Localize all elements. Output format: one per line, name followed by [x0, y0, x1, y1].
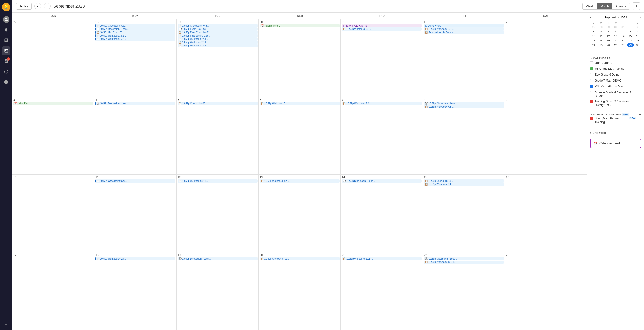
week-view-button[interactable]: Week [582, 3, 597, 10]
event[interactable]: 📋 10:59p Workbook 7.3 |... [424, 105, 504, 108]
day-cell-3[interactable]: 3 📅 Labor Day [12, 97, 94, 175]
day-cell-17[interactable]: 17 [12, 252, 94, 330]
day-cell-30[interactable]: 30 📅 Teacher Inser... [259, 20, 341, 97]
mini-day[interactable]: 17 [590, 38, 597, 43]
day-cell-31[interactable]: 31 8:45a OFFICE HOURS 📋 10:59p Workbook … [341, 20, 423, 97]
mini-day[interactable]: 23 [634, 38, 641, 43]
mini-day[interactable]: 20 [612, 38, 619, 43]
agenda-view-button[interactable]: Agenda [612, 3, 630, 10]
day-cell-22[interactable]: 22 💬 10:59p Discussion - Less... 📋 10:59… [423, 252, 505, 330]
calendar-item-ms-world[interactable]: MS World History Demo ⋮ [590, 85, 641, 90]
mini-day[interactable]: 5 [605, 30, 612, 34]
mini-day[interactable]: 21 [619, 38, 626, 43]
mini-day[interactable]: 27 [612, 43, 619, 47]
event[interactable]: 📋 10:59p Checkpoint: Ge... [95, 24, 175, 27]
event[interactable]: 📋 10:59p Workbook 8.1 |... [178, 180, 258, 182]
avatar-icon[interactable] [2, 15, 10, 24]
event[interactable]: 📋 10:59p Workbook 10.2 |... [424, 260, 504, 264]
mini-day[interactable]: 22 [627, 38, 634, 43]
day-cell-7[interactable]: 7 📋 10:59p Workbook 7.2 |... [341, 97, 423, 175]
calendar-more-button[interactable]: ⋮ [637, 117, 641, 121]
mini-day[interactable]: 26 [605, 43, 612, 47]
event[interactable]: 📋 10:59p Workbook 7.1 |... [260, 102, 340, 105]
day-cell-1[interactable]: 1 3p Office Hours 📋 10:59p Workbook 6.2 … [423, 20, 505, 97]
mini-day[interactable]: 7 [619, 30, 626, 34]
calendar-item-7th-ela[interactable]: 7th Grade ELA Training ⋮ [590, 67, 641, 72]
calendar-feed-button[interactable]: 📅 Calendar Feed [590, 139, 641, 148]
event[interactable]: 📋 Respond to this Current... [424, 31, 504, 34]
mini-day[interactable]: 11 [598, 34, 605, 38]
mini-day[interactable]: 16 [634, 34, 641, 38]
add-calendar-button[interactable]: + [639, 112, 641, 117]
labor-day-event[interactable]: 📅 Labor Day [13, 102, 93, 105]
event[interactable]: 💬 10:59p Exam (No Title) [178, 28, 258, 30]
event[interactable]: 💬 10:59p Discussion - Less... [424, 102, 504, 105]
mini-day[interactable]: 15 [627, 34, 634, 38]
day-cell-6[interactable]: 6 📋 10:59p Workbook 7.1 |... [259, 97, 341, 175]
mini-day[interactable]: 9 [634, 30, 641, 34]
calendar-icon[interactable] [2, 46, 10, 55]
mini-day[interactable]: 13 [612, 34, 619, 38]
clock-icon[interactable] [2, 67, 10, 76]
day-cell-10[interactable]: 10 [12, 175, 94, 252]
calendar-item-grade7math[interactable]: Grade 7 Math DEMO ⋮ [590, 79, 641, 84]
mini-day[interactable]: 4 [598, 30, 605, 34]
mini-day[interactable]: 24 [590, 43, 597, 47]
event[interactable]: 📅 Teacher Inser... [260, 24, 340, 27]
event[interactable]: 📋 10:59p Unit Exam: The ... [95, 31, 175, 34]
book-icon[interactable] [2, 36, 10, 44]
mini-day[interactable]: 19 [605, 38, 612, 43]
event[interactable]: 💬 10:59p Discussion - Less... [424, 257, 504, 260]
mini-day[interactable]: 28 [619, 43, 626, 47]
day-cell-8[interactable]: 8 💬 10:59p Discussion - Less... 📋 10:59p… [423, 97, 505, 175]
today-button[interactable]: Today [16, 3, 32, 10]
event[interactable]: 💬 10:59p Discussion - Less... [178, 257, 258, 260]
event[interactable]: 📋 10:59p Final Exam (No T... [178, 31, 258, 34]
event[interactable]: 📋 10:59p Checkpoint: Wat... [178, 24, 258, 27]
day-cell-13[interactable]: 13 📋 10:59p Workbook 8.2 |... [259, 175, 341, 252]
event[interactable]: 💬 10:59p Discussion - Less... [342, 180, 422, 182]
day-cell-2[interactable]: 2 [505, 20, 587, 97]
day-cell-11[interactable]: 11 📋 10:59p Checkpoint 07: S... [94, 175, 176, 252]
calendar-checkbox[interactable] [590, 91, 593, 94]
calendar-item-strongmind[interactable]: StrongMind Partner Training NEW ⋮ [590, 117, 641, 124]
collapse-arrow[interactable]: → [2, 322, 10, 327]
day-cell-29[interactable]: 29 📋 10:59p Checkpoint: Wat... 💬 10:59p … [177, 20, 259, 97]
event[interactable]: 📋 10:59p Workbook 27.1 |... [178, 38, 258, 40]
event[interactable]: 💬 10:59p Discussion - Less... [95, 28, 175, 30]
day-cell-5[interactable]: 5 📋 10:59p Checkpoint 06:... [177, 97, 259, 175]
calendar-item-science4[interactable]: Science Grade 4 Semester 2 DEMO ⋮ [590, 91, 641, 98]
calendar-more-button[interactable]: ⋮ [637, 85, 641, 90]
add-event-button[interactable]: + [632, 2, 640, 10]
calendar-checkbox[interactable] [590, 79, 593, 82]
event[interactable]: 📋 10:59p Checkpoint 07: S... [95, 180, 175, 182]
event[interactable]: 📋 10:59p Workbook 9.1 |... [424, 183, 504, 186]
event[interactable]: 💬 10:59p Discussion - Less... [95, 102, 175, 105]
event[interactable]: 📋 10:59p Workbook 7.2 |... [342, 102, 422, 105]
event[interactable]: 📋 10:59p Final Writing Exa... [178, 34, 258, 37]
mini-day[interactable]: 29 [605, 25, 612, 29]
event[interactable]: 📋 10:59p Workbook 9.2 |... [95, 257, 175, 260]
mini-day[interactable]: 18 [598, 38, 605, 43]
mini-prev-button[interactable]: ‹ [590, 16, 591, 19]
day-cell-21[interactable]: 21 📋 10:59p Workbook 10.1 |... [341, 252, 423, 330]
calendar-checkbox[interactable] [590, 73, 593, 76]
mini-day[interactable]: 28 [598, 25, 605, 29]
event[interactable]: 📋 10:59p Workbook 29.1 |... [178, 44, 258, 47]
calendar-more-button[interactable]: ⋮ [637, 100, 641, 104]
mini-day-selected[interactable]: 29 [627, 43, 634, 47]
calendar-checkbox[interactable] [590, 62, 593, 64]
calendar-more-button[interactable]: ⋮ [637, 73, 641, 78]
event[interactable]: 📋 10:59p Workbook 6.2 |... [424, 28, 504, 30]
day-cell-18[interactable]: 18 📋 10:59p Workbook 9.2 |... [94, 252, 176, 330]
month-view-button[interactable]: Month [597, 3, 612, 10]
event[interactable]: 📋 10:59p Checkpoint 06:... [178, 102, 258, 105]
event[interactable]: 📋 10:59p Workbook 8.2 |... [260, 180, 340, 182]
mini-next-button[interactable]: › [640, 16, 641, 19]
office-hours-event[interactable]: 8:45a OFFICE HOURS [342, 24, 422, 27]
mini-day[interactable]: 30 [634, 43, 641, 47]
mini-day[interactable]: 10 [590, 34, 597, 38]
event[interactable]: 📋 10:59p Workbook 10.1 |... [342, 257, 422, 260]
day-cell-14[interactable]: 14 💬 10:59p Discussion - Less... [341, 175, 423, 252]
day-cell-12[interactable]: 12 📋 10:59p Workbook 8.1 |... [177, 175, 259, 252]
